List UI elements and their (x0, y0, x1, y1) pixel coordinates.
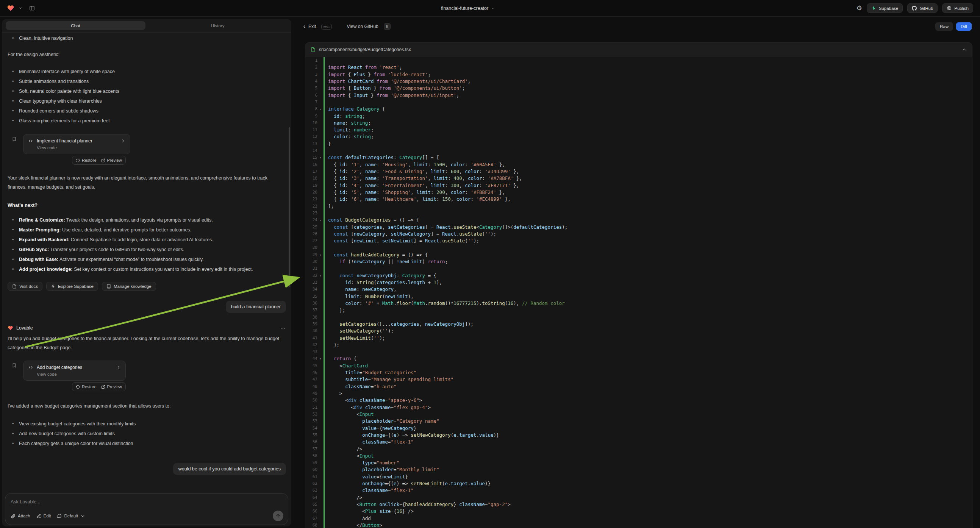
line-number: 66 (308, 508, 317, 515)
code-text: const [newCategory, setNewCategory] = Re… (328, 231, 496, 237)
line-number: 23 (308, 210, 317, 217)
version-card[interactable]: Add budget categories View code Restore … (23, 361, 126, 381)
edit-button[interactable]: Edit (37, 514, 51, 518)
diff-button[interactable]: Diff (956, 22, 972, 31)
exit-button[interactable]: Exit (302, 24, 316, 29)
code-text: type="number" (328, 460, 399, 466)
code-line: 49 > (305, 390, 972, 397)
fold-chevron-icon[interactable]: ▾ (317, 106, 323, 113)
fold-chevron-icon[interactable]: ▾ (317, 355, 323, 362)
manage-knowledge-button[interactable]: Manage knowledge (102, 282, 156, 291)
bookmark-icon[interactable] (12, 136, 17, 142)
version-card[interactable]: Implement financial planner View code Re… (23, 134, 130, 154)
message-text: Your sleek financial planner is now read… (8, 173, 286, 192)
bolt-icon (51, 284, 55, 289)
send-button[interactable] (273, 511, 283, 521)
restore-button[interactable]: Restore (76, 158, 97, 162)
code-line: 60 placeholder="Monthly limit" (305, 466, 972, 473)
diff-added-bar (323, 237, 325, 244)
code-line: 20 { id: '5', name: 'Shopping', limit: 2… (305, 189, 972, 196)
code-text: <div className="space-y-6"> (328, 397, 422, 404)
chat-scrollbar-thumb[interactable] (289, 127, 290, 287)
bullet-item: Glass-morphic elements for a premium fee… (8, 116, 286, 126)
diff-added-bar (323, 397, 325, 404)
sidebar-toggle-icon[interactable] (29, 5, 35, 11)
project-switcher[interactable]: financial-future-creator (441, 0, 495, 17)
line-number: 43 (308, 348, 317, 355)
code-line: 36 color: '#' + Math.floor(Math.random()… (305, 300, 972, 307)
tab-history[interactable]: History (148, 21, 288, 30)
code-line: 47 subtitle="Manage your spending limits… (305, 376, 972, 383)
prompt-input-box[interactable]: Attach Edit Default (5, 493, 288, 525)
fold-chevron-icon[interactable]: ▾ (317, 251, 323, 258)
line-number: 26 (308, 231, 317, 237)
github-button[interactable]: GitHub (907, 3, 937, 13)
code-line: 27 const [newLimit, setNewLimit] = React… (305, 237, 972, 244)
view-code-link[interactable]: View code (37, 145, 126, 150)
line-number: 1 (308, 57, 317, 64)
view-code-link[interactable]: View code (37, 372, 121, 377)
attach-button[interactable]: Attach (11, 514, 30, 518)
bookmark-icon[interactable] (12, 363, 17, 368)
message-menu-icon[interactable]: ⋯ (280, 325, 286, 331)
explore-supabase-button[interactable]: Explore Supabase (46, 282, 98, 291)
prompt-input[interactable] (11, 499, 255, 504)
settings-gear-icon[interactable]: ⚙ (856, 5, 862, 11)
line-number: 3 (308, 71, 317, 78)
message-text: I'll help you add budget categories to t… (8, 334, 286, 352)
line-number: 18 (308, 175, 317, 182)
code-text: ]; (328, 203, 334, 210)
diff-added-bar (323, 161, 325, 168)
diff-added-bar (323, 99, 325, 106)
diff-added-bar (323, 314, 325, 321)
code-line: 68 </Button> (305, 522, 972, 528)
diff-added-bar (323, 508, 325, 515)
code-text: const BudgetCategories = () => { (328, 217, 419, 223)
code-line: 10 name: string; (305, 120, 972, 127)
chevron-right-icon[interactable] (116, 365, 121, 370)
code-line: 25 const [categories, setCategories] = R… (305, 224, 972, 231)
chevron-right-icon[interactable] (121, 138, 126, 143)
diff-added-bar (323, 321, 325, 328)
fold-chevron-icon[interactable]: ▾ (317, 272, 323, 279)
raw-button[interactable]: Raw (935, 22, 953, 31)
code-line: 66 <Plus size={16} /> (305, 508, 972, 515)
preview-button[interactable]: Preview (101, 158, 122, 162)
supabase-button[interactable]: Supabase (867, 3, 903, 13)
previous-bullet-list: Clean, intuitive navigation (8, 33, 286, 43)
fold-chevron-icon[interactable]: ▾ (317, 217, 323, 223)
code-text: import { Plus } from 'lucide-react'; (328, 71, 431, 78)
code-line: 5import { Button } from '@/components/ui… (305, 85, 972, 92)
preview-button[interactable]: Preview (101, 385, 122, 389)
code-line: 15▾const defaultCategories: Category[] =… (305, 154, 972, 161)
diff-added-bar (323, 71, 325, 78)
code-line: 58 <Input (305, 453, 972, 460)
line-number: 21 (308, 196, 317, 203)
code-line: 4import ChartCard from '@/components/ui/… (305, 78, 972, 85)
workspace-chevron-down-icon[interactable] (18, 6, 22, 10)
code-line: 39 setCategories([...categories, newCate… (305, 321, 972, 328)
diff-added-bar (323, 300, 325, 307)
fold-chevron-icon[interactable]: ▾ (317, 154, 323, 161)
code-icon (28, 365, 33, 370)
diff-added-bar (323, 244, 325, 251)
version-title: Implement financial planner (37, 138, 92, 143)
bullet-item: Each category gets a unique color for vi… (8, 439, 286, 448)
code-line: 48 className="h-auto" (305, 383, 972, 390)
publish-button[interactable]: Publish (942, 3, 973, 13)
collapse-chevron-up-icon[interactable] (962, 47, 967, 52)
line-number: 2 (308, 64, 317, 71)
tab-chat[interactable]: Chat (6, 21, 145, 30)
line-number: 8 (308, 106, 317, 113)
code-text: /> (328, 446, 362, 453)
restore-button[interactable]: Restore (76, 385, 97, 389)
visit-docs-button[interactable]: Visit docs (8, 282, 43, 291)
file-header[interactable]: src/components/budget/BudgetCategories.t… (305, 43, 972, 56)
code-text: id: String(categories.length + 1), (328, 279, 442, 286)
lovable-logo-icon[interactable] (7, 5, 14, 12)
chat-mode-selector[interactable]: Default (57, 514, 85, 518)
view-on-github-link[interactable]: View on GitHub (347, 24, 379, 29)
document-icon (12, 284, 17, 289)
line-number: 20 (308, 189, 317, 196)
code-text: className="h-auto" (328, 383, 397, 390)
